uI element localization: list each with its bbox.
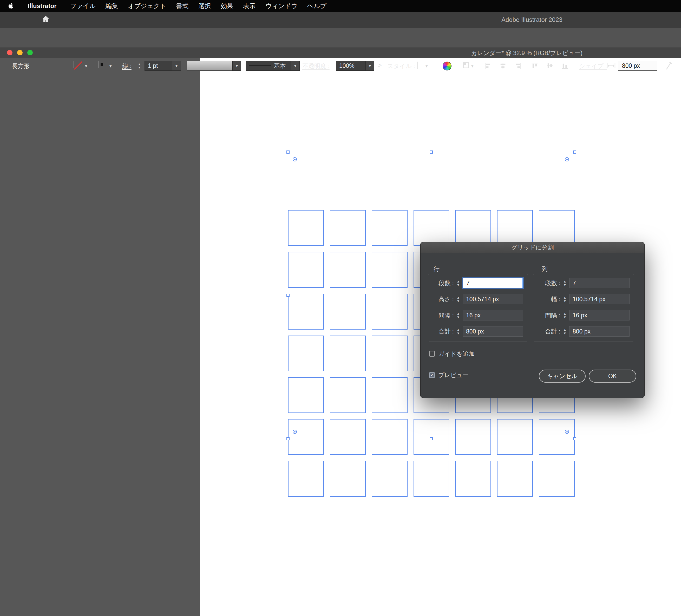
- doc-minimize-button[interactable]: [17, 50, 23, 55]
- rows-count-field[interactable]: 7: [463, 278, 523, 288]
- recolor-artwork-icon[interactable]: [443, 61, 452, 71]
- grid-cell[interactable]: [372, 336, 408, 371]
- grid-cell[interactable]: [372, 419, 408, 455]
- align-left-icon[interactable]: [484, 62, 491, 69]
- menu-select[interactable]: 選択: [198, 2, 211, 10]
- grid-cell[interactable]: [372, 210, 408, 246]
- corner-widget[interactable]: [565, 430, 569, 434]
- preview-checkbox[interactable]: [429, 372, 435, 378]
- opacity-combo[interactable]: 100% ▾: [336, 61, 374, 71]
- grid-cell[interactable]: [539, 419, 575, 455]
- rows-gutter-stepper[interactable]: ▴▾: [455, 310, 462, 320]
- cols-gutter-stepper[interactable]: ▴▾: [561, 310, 568, 320]
- grid-cell[interactable]: [288, 210, 324, 246]
- rows-height-stepper[interactable]: ▴▾: [455, 294, 462, 304]
- selection-handle[interactable]: [286, 151, 289, 154]
- cols-width-stepper[interactable]: ▴▾: [561, 294, 568, 304]
- align-center-horizontal-icon[interactable]: [499, 62, 507, 69]
- add-guides-checkbox[interactable]: [429, 351, 435, 357]
- grid-cell[interactable]: [455, 461, 491, 497]
- grid-cell[interactable]: [372, 252, 408, 288]
- grid-cell[interactable]: [372, 377, 408, 413]
- cancel-button[interactable]: キャンセル: [539, 369, 586, 383]
- corner-widget[interactable]: [565, 157, 569, 161]
- corner-widget[interactable]: [293, 430, 297, 434]
- grid-cell[interactable]: [539, 210, 575, 246]
- transform-chevron-icon[interactable]: ▾: [471, 64, 474, 68]
- stroke-weight-stepper[interactable]: ▴▾: [136, 61, 143, 71]
- cols-count-field[interactable]: 7: [569, 278, 630, 288]
- shape-label[interactable]: シェイプ :: [579, 62, 607, 70]
- grid-cell[interactable]: [288, 252, 324, 288]
- fill-dropdown-chevron-icon[interactable]: ▾: [85, 64, 87, 68]
- grid-cell[interactable]: [497, 210, 533, 246]
- grid-cell[interactable]: [372, 461, 408, 497]
- grid-cell[interactable]: [330, 252, 366, 288]
- cols-total-stepper[interactable]: ▴▾: [561, 327, 568, 336]
- brush-definition-combo[interactable]: ▾: [186, 61, 241, 71]
- cols-gutter-field[interactable]: 16 px: [569, 310, 630, 320]
- grid-cell[interactable]: [539, 461, 575, 497]
- rows-count-stepper[interactable]: ▴▾: [455, 278, 462, 288]
- menu-type[interactable]: 書式: [176, 2, 188, 10]
- style-swatch[interactable]: [417, 61, 418, 69]
- grid-cell[interactable]: [288, 336, 324, 371]
- transform-icon[interactable]: [462, 61, 470, 71]
- stroke-color-swatch[interactable]: [99, 61, 99, 68]
- menu-object[interactable]: オブジェクト: [128, 2, 166, 10]
- cols-total-field[interactable]: 800 px: [569, 326, 630, 337]
- style-chevron-icon[interactable]: ▾: [426, 64, 428, 68]
- grid-cell[interactable]: [497, 461, 533, 497]
- doc-zoom-button[interactable]: [27, 50, 33, 55]
- grid-cell[interactable]: [372, 294, 408, 330]
- grid-cell[interactable]: [330, 377, 366, 413]
- grid-cell[interactable]: [330, 294, 366, 330]
- menu-help[interactable]: ヘルプ: [307, 2, 326, 10]
- home-icon[interactable]: [42, 15, 50, 24]
- menu-file[interactable]: ファイル: [70, 2, 96, 10]
- ok-button[interactable]: OK: [589, 369, 636, 383]
- selection-handle[interactable]: [430, 151, 433, 154]
- shear-icon[interactable]: [664, 61, 673, 72]
- shape-width-field[interactable]: 800 px: [618, 61, 657, 71]
- stroke-style-combo[interactable]: 基本 ▾: [246, 61, 300, 71]
- stroke-weight-combo[interactable]: 1 pt ▾: [145, 61, 181, 71]
- rows-height-field[interactable]: 100.5714 px: [463, 294, 523, 304]
- menu-effect[interactable]: 効果: [221, 2, 233, 10]
- grid-cell[interactable]: [288, 294, 324, 330]
- menu-window[interactable]: ウィンドウ: [266, 2, 297, 10]
- selection-handle[interactable]: [430, 437, 433, 440]
- opacity-label[interactable]: 不透明度 :: [302, 62, 330, 70]
- grid-cell[interactable]: [330, 419, 366, 455]
- grid-cell[interactable]: [330, 461, 366, 497]
- grid-cell[interactable]: [413, 461, 449, 497]
- grid-cell[interactable]: [455, 210, 491, 246]
- selection-handle[interactable]: [573, 437, 576, 440]
- selection-handle[interactable]: [573, 151, 576, 154]
- grid-cell[interactable]: [288, 461, 324, 497]
- grid-cell[interactable]: [330, 210, 366, 246]
- doc-close-button[interactable]: [7, 50, 12, 55]
- align-top-icon[interactable]: [531, 62, 538, 69]
- rows-total-field[interactable]: 800 px: [463, 326, 523, 337]
- grid-cell[interactable]: [288, 377, 324, 413]
- selection-handle[interactable]: [286, 294, 289, 297]
- opacity-panel-button[interactable]: >: [378, 61, 382, 69]
- stroke-dropdown-chevron-icon[interactable]: ▾: [109, 64, 112, 68]
- cols-count-stepper[interactable]: ▴▾: [561, 278, 568, 288]
- selection-handle[interactable]: [286, 437, 289, 440]
- fill-color-swatch[interactable]: [74, 61, 74, 68]
- corner-widget[interactable]: [293, 157, 297, 161]
- grid-cell[interactable]: [497, 419, 533, 455]
- align-center-vertical-icon[interactable]: [546, 62, 553, 69]
- stroke-weight-label[interactable]: 線 :: [122, 62, 131, 70]
- rows-total-stepper[interactable]: ▴▾: [455, 327, 462, 336]
- grid-cell[interactable]: [288, 419, 324, 455]
- align-bottom-icon[interactable]: [561, 62, 569, 69]
- menu-app-name[interactable]: Illustrator: [28, 2, 57, 9]
- grid-cell[interactable]: [330, 336, 366, 371]
- rows-gutter-field[interactable]: 16 px: [463, 310, 523, 320]
- align-right-icon[interactable]: [514, 62, 522, 69]
- apple-menu-icon[interactable]: [8, 3, 13, 9]
- menu-view[interactable]: 表示: [243, 2, 255, 10]
